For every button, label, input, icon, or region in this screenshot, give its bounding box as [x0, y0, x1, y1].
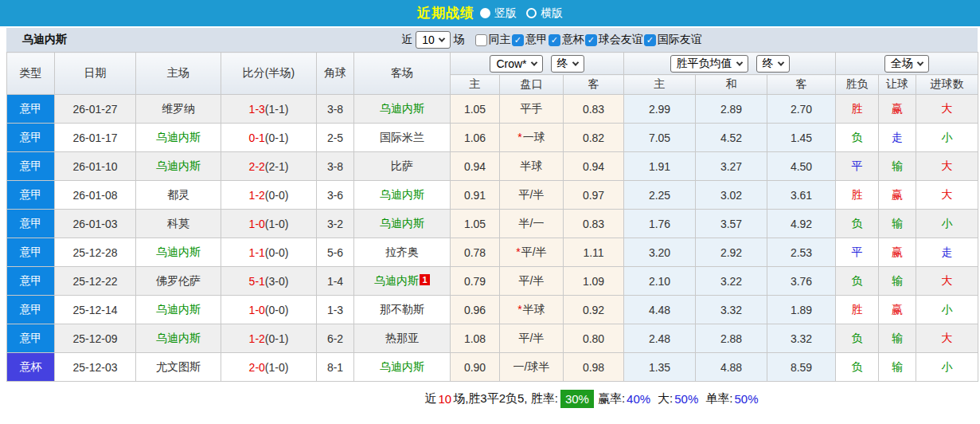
match-date: 25-12-28 [55, 238, 136, 267]
odds-company-select[interactable]: Crow* [490, 55, 542, 73]
competition-checkbox[interactable]: 国际友谊 [644, 33, 702, 47]
competition-checkbox[interactable]: 意杯 [549, 33, 584, 47]
avg-home-odds: 3.20 [624, 238, 696, 267]
result-badge: 胜 [836, 181, 879, 210]
avg-draw-odds: 3.32 [696, 296, 767, 324]
scope-select[interactable]: 全场 [884, 55, 929, 73]
score-halftime: 1-2(0-0) [221, 181, 317, 210]
handicap-result-badge: 输 [879, 324, 916, 353]
match-count-select[interactable]: 10 [416, 31, 451, 49]
avg-draw-odds: 4.88 [696, 353, 767, 382]
result-badge: 胜 [836, 95, 879, 124]
home-team: 维罗纳 [136, 95, 221, 124]
results-body: 意甲 26-01-27 维罗纳 1-3(1-1) 3-8 乌迪内斯 1.05 平… [7, 95, 978, 382]
away-team: 乌迪内斯1 [354, 267, 451, 296]
match-type: 意甲 [7, 124, 55, 152]
filter-bar: 乌迪内斯 近 10 场 同主 意甲 意杯 [6, 28, 978, 52]
handicap-result-badge: 走 [879, 124, 916, 152]
layout-radio[interactable]: 竖版 [480, 6, 517, 21]
win-rate-badge: 30% [560, 390, 594, 408]
handicap: 平/半 [500, 267, 564, 296]
score-halftime: 1-3(1-1) [221, 95, 317, 124]
avg-odds-select[interactable]: 胜平负均值 [670, 55, 748, 73]
checkbox-icon[interactable] [549, 34, 560, 46]
away-team: 比萨 [354, 152, 451, 181]
match-date: 26-01-10 [55, 152, 136, 181]
avg-away-odds: 1.89 [767, 296, 836, 324]
goals-badge: 大 [916, 152, 978, 181]
single-rate-value: 50% [734, 392, 758, 406]
odds-away: 1.11 [564, 238, 624, 267]
col-header-type: 类型 [7, 53, 55, 95]
odds-home: 0.79 [451, 267, 500, 296]
score-halftime: 0-1(0-1) [221, 124, 317, 152]
avg-draw-odds: 3.02 [696, 181, 767, 210]
avg-away-odds: 3.76 [767, 267, 836, 296]
home-team: 科莫 [136, 210, 221, 238]
handicap-result-badge: 输 [879, 152, 916, 181]
page-title: 近期战绩 [417, 4, 474, 22]
odds-away: 1.09 [564, 267, 624, 296]
competition-checkbox[interactable]: 球会友谊 [585, 33, 643, 47]
odds-stage-select[interactable]: 终 [551, 55, 584, 73]
single-rate-label: 单率: [705, 391, 732, 406]
competition-checkbox[interactable]: 同主 [475, 33, 511, 47]
away-team: 乌迪内斯 [354, 210, 451, 238]
score-halftime: 1-0(0-0) [221, 296, 317, 324]
radio-icon[interactable] [480, 8, 490, 18]
handicap: *半球 [500, 296, 564, 324]
topbar: 近期战绩 竖版 横版 [0, 0, 980, 26]
checkbox-icon[interactable] [585, 34, 597, 46]
match-type: 意甲 [7, 181, 55, 210]
layout-radio-group: 竖版 横版 [480, 6, 563, 21]
avg-away-odds: 3.61 [767, 181, 836, 210]
away-team: 那不勒斯 [354, 296, 451, 324]
result-badge: 负 [836, 353, 879, 382]
big-rate-value: 50% [674, 392, 698, 406]
handicap: 半/一 [500, 210, 564, 238]
score-halftime: 5-1(3-0) [221, 267, 317, 296]
handicap: 一/球半 [500, 353, 564, 382]
radio-icon[interactable] [526, 8, 537, 18]
avg-draw-odds: 3.22 [696, 267, 767, 296]
avg-draw-odds: 3.57 [696, 210, 767, 238]
match-type: 意甲 [7, 324, 55, 353]
competition-checkbox[interactable]: 意甲 [512, 33, 548, 47]
odds-away: 0.80 [564, 324, 624, 353]
result-badge: 负 [836, 124, 879, 152]
avg-away-odds: 1.45 [767, 124, 836, 152]
subcol-avg-home: 主 [624, 75, 696, 95]
odds-away: 0.83 [564, 95, 624, 124]
score-halftime: 2-0(1-0) [221, 353, 317, 382]
checkbox-icon[interactable] [475, 34, 487, 46]
subcol-odds-home: 主 [451, 75, 500, 95]
col-header-away: 客场 [354, 53, 451, 95]
odds-away: 0.98 [564, 353, 624, 382]
checkbox-icon[interactable] [512, 34, 524, 46]
away-team: 乌迪内斯 [354, 353, 451, 382]
odds-home: 0.78 [451, 238, 500, 267]
avg-away-odds: 3.32 [767, 324, 836, 353]
home-team: 乌迪内斯 [136, 124, 221, 152]
handicap-result-badge: 输 [879, 210, 916, 238]
result-badge: 胜 [836, 296, 879, 324]
odds-away: 0.97 [564, 181, 624, 210]
goals-badge: 走 [916, 238, 978, 267]
avg-home-odds: 2.48 [624, 324, 696, 353]
odds-home: 1.05 [451, 210, 500, 238]
away-team: 热那亚 [354, 324, 451, 353]
avg-draw-odds: 3.27 [696, 152, 767, 181]
layout-radio[interactable]: 横版 [526, 6, 563, 21]
chevron-down-icon [777, 59, 783, 65]
odds-home: 1.05 [451, 95, 500, 124]
corners: 2-5 [317, 124, 354, 152]
avg-stage-select[interactable]: 终 [756, 55, 790, 73]
checkbox-label: 球会友谊 [599, 33, 643, 47]
avg-home-odds: 1.35 [624, 353, 696, 382]
competition-filter-group: 同主 意甲 意杯 球会友谊 国际友谊 [475, 33, 702, 47]
avg-draw-odds: 4.52 [696, 124, 767, 152]
subcol-handicap: 盘口 [500, 75, 564, 95]
avg-home-odds: 1.91 [624, 152, 696, 181]
checkbox-icon[interactable] [644, 34, 656, 46]
chevron-down-icon [917, 59, 923, 65]
